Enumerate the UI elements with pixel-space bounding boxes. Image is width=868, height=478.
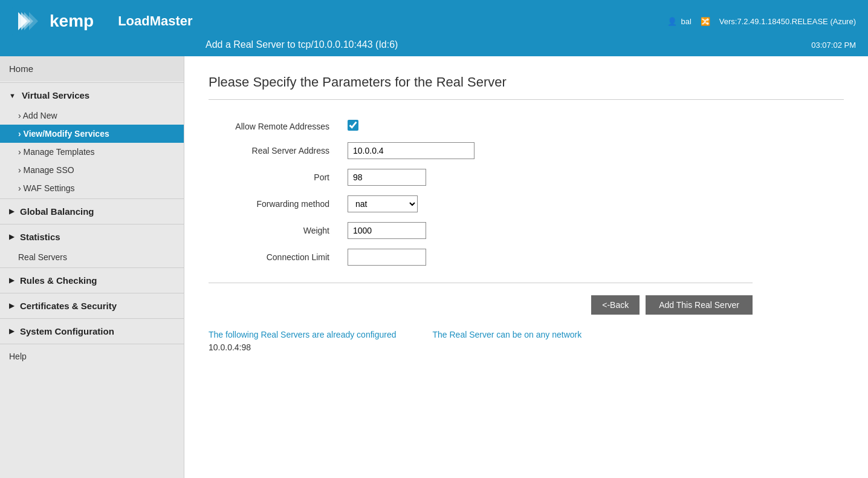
page-subtitle: Add a Real Server to tcp/10.0.0.10:443 (… xyxy=(206,39,398,50)
separator-icon: 🔀 xyxy=(701,17,710,26)
statistics-label: Statistics xyxy=(20,232,60,242)
username: bal xyxy=(681,17,691,26)
port-input[interactable]: 98 xyxy=(348,169,426,186)
add-real-server-button[interactable]: Add This Real Server xyxy=(646,295,753,315)
configured-servers-value: 10.0.0.4:98 xyxy=(209,342,397,352)
connection-limit-label: Connection Limit xyxy=(209,244,342,270)
kemp-logo-icon xyxy=(12,6,42,36)
app-title: LoadMaster xyxy=(94,13,667,29)
sidebar-item-help[interactable]: Help xyxy=(0,345,184,367)
virtual-services-label: Virtual Services xyxy=(22,90,89,100)
real-server-address-input[interactable]: 10.0.0.4 xyxy=(348,142,474,159)
sidebar-item-add-new[interactable]: › Add New xyxy=(0,106,184,125)
form-bottom-divider xyxy=(209,283,753,283)
back-button[interactable]: <-Back xyxy=(591,295,640,315)
sidebar-item-home[interactable]: Home xyxy=(0,56,184,81)
rules-arrow-icon: ▶ xyxy=(9,277,14,284)
system-config-label: System Configuration xyxy=(20,326,114,336)
sidebar-section-virtual-services[interactable]: ▼ Virtual Services xyxy=(0,84,184,106)
arrow-icon: › xyxy=(18,183,24,193)
stats-arrow-icon: ▶ xyxy=(9,233,14,241)
weight-input[interactable]: 1000 xyxy=(348,222,426,239)
header-right: 👤 bal 🔀 Vers:7.2.49.1.18450.RELEASE (Azu… xyxy=(667,17,856,26)
heading-divider xyxy=(209,99,844,100)
allow-remote-row: Allow Remote Addresses xyxy=(209,115,753,137)
page-heading: Please Specify the Parameters for the Re… xyxy=(209,74,844,90)
forwarding-method-select[interactable]: nat route tunnel portoverload xyxy=(348,195,418,212)
certs-arrow-icon: ▶ xyxy=(9,302,14,310)
info-section: The following Real Servers are already c… xyxy=(209,330,844,352)
allow-remote-label: Allow Remote Addresses xyxy=(209,115,342,137)
syscfg-arrow-icon: ▶ xyxy=(9,327,14,335)
sidebar-section-statistics[interactable]: ▶ Statistics xyxy=(0,226,184,248)
weight-label: Weight xyxy=(209,217,342,244)
sidebar-section-global-balancing[interactable]: ▶ Global Balancing xyxy=(0,200,184,223)
allow-remote-checkbox[interactable] xyxy=(348,120,358,131)
configured-servers-col: The following Real Servers are already c… xyxy=(209,330,397,352)
header-time: 03:07:02 PM xyxy=(811,41,856,50)
vs-arrow-icon: ▼ xyxy=(9,92,16,99)
sidebar-item-manage-templates[interactable]: › Manage Templates xyxy=(0,143,184,161)
parameters-form: Allow Remote Addresses Real Server Addre… xyxy=(209,115,753,270)
forwarding-method-label: Forwarding method xyxy=(209,191,342,217)
logo-area: kemp xyxy=(12,6,94,36)
real-server-address-label: Real Server Address xyxy=(209,137,342,164)
rules-checking-label: Rules & Checking xyxy=(20,275,97,286)
sidebar-section-rules-checking[interactable]: ▶ Rules & Checking xyxy=(0,269,184,292)
logo-text: kemp xyxy=(50,11,94,31)
action-buttons: <-Back Add This Real Server xyxy=(209,295,753,315)
sidebar-section-certificates[interactable]: ▶ Certificates & Security xyxy=(0,295,184,317)
network-info-label: The Real Server can be on any network xyxy=(433,330,582,339)
port-row: Port 98 xyxy=(209,164,753,191)
arrow-icon: › xyxy=(18,147,24,157)
network-info-col: The Real Server can be on any network xyxy=(433,330,582,352)
real-server-address-row: Real Server Address 10.0.0.4 xyxy=(209,137,753,164)
sidebar: Home ▼ Virtual Services › Add New › View… xyxy=(0,56,184,478)
main-content: Please Specify the Parameters for the Re… xyxy=(184,56,868,478)
global-balancing-label: Global Balancing xyxy=(20,206,94,217)
configured-servers-label: The following Real Servers are already c… xyxy=(209,330,397,339)
version-info: Vers:7.2.49.1.18450.RELEASE (Azure) xyxy=(719,17,856,26)
user-area: 👤 bal xyxy=(667,17,691,26)
gb-arrow-icon: ▶ xyxy=(9,208,14,215)
sidebar-section-system-config[interactable]: ▶ System Configuration xyxy=(0,320,184,342)
certificates-label: Certificates & Security xyxy=(20,301,117,311)
arrow-icon-active: › xyxy=(18,129,24,139)
arrow-icon: › xyxy=(18,165,24,175)
arrow-icon: › xyxy=(18,111,23,120)
sidebar-item-manage-sso[interactable]: › Manage SSO xyxy=(0,161,184,179)
sidebar-item-real-servers[interactable]: Real Servers xyxy=(0,248,184,266)
user-icon: 👤 xyxy=(667,17,677,26)
connection-limit-input[interactable] xyxy=(348,249,426,266)
sidebar-item-waf-settings[interactable]: › WAF Settings xyxy=(0,179,184,197)
connection-limit-row: Connection Limit xyxy=(209,244,753,270)
forwarding-method-row: Forwarding method nat route tunnel porto… xyxy=(209,191,753,217)
header: kemp LoadMaster 👤 bal 🔀 Vers:7.2.49.1.18… xyxy=(0,0,868,56)
sidebar-item-view-modify[interactable]: › View/Modify Services xyxy=(0,125,184,143)
port-label: Port xyxy=(209,164,342,191)
weight-row: Weight 1000 xyxy=(209,217,753,244)
